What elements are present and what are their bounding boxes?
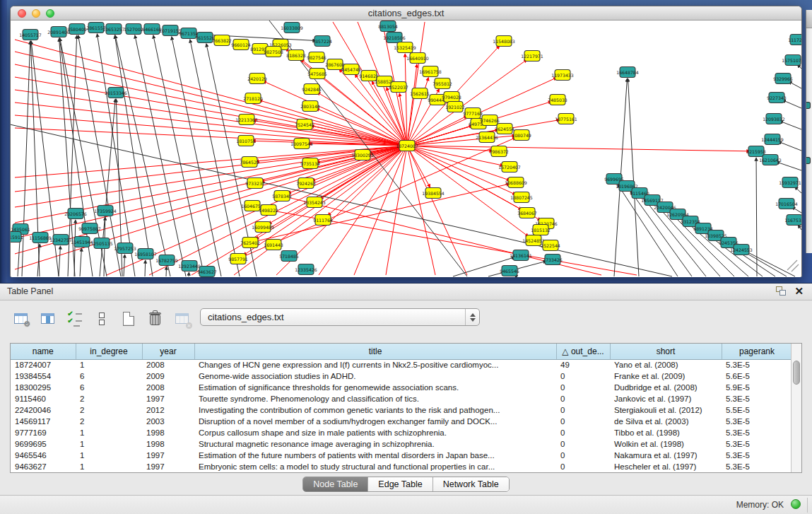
table-cell[interactable]: Genome-wide association studies in ADHD.	[194, 370, 556, 382]
table-row[interactable]: 1872400712008Changes of HCN gene express…	[11, 359, 792, 370]
table-cell[interactable]: Embryonic stem cells: a model to study s…	[194, 461, 556, 472]
graph-edge[interactable]	[779, 121, 801, 129]
table-cell[interactable]: 1	[76, 427, 142, 438]
graph-node[interactable]: 2718120	[243, 93, 263, 104]
table-cell[interactable]: Stergiakouli et al. (2012)	[610, 404, 722, 416]
graph-node[interactable]: 12342757	[49, 235, 72, 245]
network-canvas[interactable]: 1405571720891406858040928615571065325715…	[11, 21, 801, 277]
graph-edge[interactable]	[190, 40, 240, 276]
graph-edge[interactable]	[798, 225, 801, 230]
table-cell[interactable]: 5.3E-5	[722, 416, 792, 427]
graph-node[interactable]: 7924263	[296, 178, 316, 189]
graph-node[interactable]: 1562615	[410, 88, 430, 99]
graph-node[interactable]: 9111764	[313, 215, 333, 226]
graph-node[interactable]: 1810755	[236, 136, 256, 146]
select-rows-icon[interactable]: ✔ ✔	[65, 309, 84, 328]
graph-node[interactable]: 17359924	[94, 206, 117, 216]
table-cell[interactable]: 1998	[142, 438, 194, 450]
network-view-window[interactable]: citations_edges.txt 14055717208914068580…	[10, 6, 802, 277]
graph-node[interactable]: 8186328	[286, 50, 306, 61]
table-cell[interactable]: 5.3E-5	[722, 450, 792, 461]
graph-edge[interactable]	[269, 146, 407, 224]
float-window-icon[interactable]	[776, 286, 786, 296]
graph-node[interactable]: 12424553	[730, 245, 753, 255]
graph-node[interactable]: 18807245	[510, 192, 533, 203]
table-cell[interactable]: Jankovic et al. (1997)	[610, 393, 722, 404]
table-cell[interactable]: 9463627	[11, 461, 76, 472]
graph-node[interactable]: 15720407	[498, 162, 521, 173]
graph-node[interactable]: 7524541	[295, 119, 314, 130]
graph-edge[interactable]	[407, 146, 750, 151]
graph-node[interactable]: 14136141	[510, 250, 532, 261]
table-cell[interactable]: 0	[556, 416, 610, 427]
table-cell[interactable]: 0	[556, 404, 610, 416]
table-cell[interactable]: Investigating the contribution of common…	[194, 404, 556, 416]
graph-node[interactable]: 16648784	[616, 67, 639, 78]
table-row[interactable]: 946554611997Estimation of the future num…	[11, 450, 792, 461]
graph-node[interactable]: 16958107	[134, 249, 157, 259]
graph-node[interactable]: 16640910	[406, 53, 429, 64]
table-cell[interactable]: 5.3E-5	[722, 427, 792, 438]
table-row[interactable]: 911546021997Tourette syndrome. Phenomeno…	[11, 393, 792, 404]
graph-node[interactable]: 5475685	[307, 69, 327, 79]
table-cell[interactable]: 1997	[142, 450, 194, 461]
network-graph[interactable]: 1405571720891406858040928615571065325715…	[11, 21, 801, 277]
table-row[interactable]: 1830029562008Estimation of significance …	[11, 382, 792, 393]
column-header-title[interactable]: title	[194, 344, 556, 359]
graph-node[interactable]: 90975887	[78, 223, 101, 234]
graph-edge[interactable]	[778, 141, 801, 151]
graph-node[interactable]: 14055717	[19, 30, 42, 40]
graph-edge[interactable]	[259, 100, 407, 146]
table-cell[interactable]: 5.3E-5	[722, 393, 792, 404]
graph-node[interactable]: 9463627	[197, 267, 217, 277]
graph-node[interactable]: 1527002	[124, 24, 143, 35]
graph-node[interactable]: 1167533	[784, 215, 801, 226]
graph-node[interactable]: 8813054	[378, 21, 398, 32]
table-cell[interactable]: 2003	[142, 416, 194, 427]
table-cell[interactable]: 0	[556, 382, 610, 393]
graph-node[interactable]: 20153346	[105, 88, 127, 98]
table-cell[interactable]: Dudbridge et al. (2008)	[610, 382, 722, 393]
table-cell[interactable]: 6	[76, 370, 142, 382]
graph-node[interactable]: 1117243	[788, 35, 801, 45]
graph-edge[interactable]	[15, 146, 407, 269]
table-cell[interactable]: Franke et al. (2009)	[610, 370, 722, 382]
table-cell[interactable]: 2008	[142, 382, 194, 393]
graph-node[interactable]: 1498222	[259, 205, 278, 216]
table-row[interactable]: 946362711997Embryonic stem cells: a mode…	[11, 461, 792, 472]
row-options-icon[interactable]	[92, 309, 111, 328]
graph-node[interactable]: 10719155	[159, 25, 182, 36]
graph-edge[interactable]	[407, 22, 425, 146]
table-cell[interactable]: 18300295	[11, 382, 76, 393]
table-cell[interactable]: 5.3E-5	[722, 461, 792, 472]
table-cell[interactable]: 1998	[142, 427, 194, 438]
graph-node[interactable]: 11156869	[29, 233, 52, 243]
graph-node[interactable]: 19384554	[422, 188, 445, 199]
background-window-sliver[interactable]	[806, 10, 812, 253]
graph-node[interactable]: 16099489	[252, 222, 274, 233]
table-cell[interactable]: 2	[76, 416, 142, 427]
column-header-pagerank[interactable]: pagerank	[722, 344, 792, 359]
graph-node[interactable]: 8580409	[67, 24, 87, 35]
table-cell[interactable]: Changes of HCN gene expression and I(f) …	[194, 359, 556, 370]
graph-node[interactable]: 9857791	[228, 254, 248, 264]
table-settings-icon[interactable]: ⚙	[11, 309, 30, 328]
graph-node[interactable]: 1080749	[512, 130, 531, 141]
graph-node[interactable]: 3915911	[11, 232, 23, 243]
graph-node[interactable]: 15932971	[779, 177, 801, 188]
graph-node[interactable]: 12335426	[295, 264, 317, 275]
table-row[interactable]: 2242004622012Investigating the contribut…	[11, 404, 792, 416]
tab-network-table[interactable]: Network Table	[433, 477, 509, 491]
tab-node-table[interactable]: Node Table	[303, 477, 368, 491]
delete-icon[interactable]	[146, 309, 165, 328]
graph-node[interactable]: 19218506	[383, 33, 406, 43]
graph-edge[interactable]	[777, 162, 801, 170]
graph-node[interactable]: 7857224	[312, 36, 332, 47]
table-cell[interactable]: 2009	[142, 370, 194, 382]
table-cell[interactable]: 22420046	[11, 404, 76, 416]
graph-node[interactable]: 13354243	[303, 197, 326, 208]
table-cell[interactable]: 14569117	[11, 416, 76, 427]
column-header-out-de-[interactable]: △ out_de...	[556, 344, 610, 359]
window-titlebar[interactable]: citations_edges.txt	[11, 6, 801, 21]
graph-node[interactable]: 9242845	[302, 84, 322, 95]
